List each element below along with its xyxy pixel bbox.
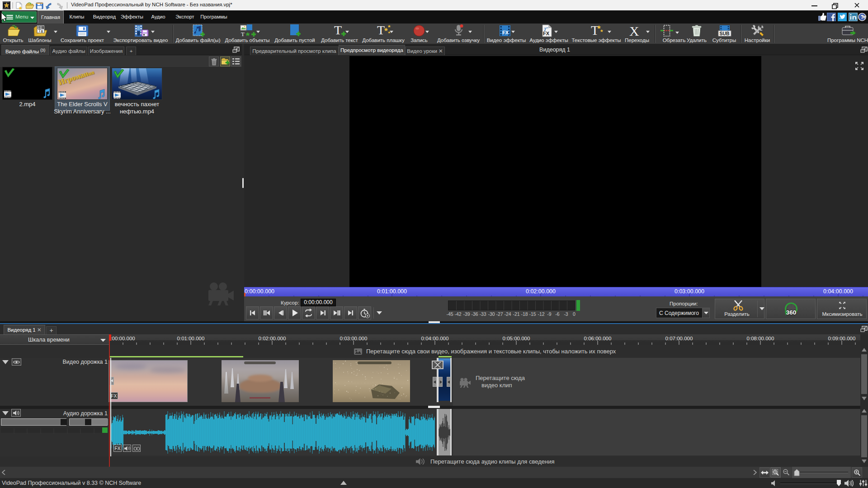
svg-text:▮: ▮	[41, 29, 43, 33]
svg-text:T: T	[591, 24, 599, 38]
svg-text:T: T	[241, 31, 245, 38]
svg-text:FX: FX	[502, 30, 509, 35]
svg-text:FX: FX	[543, 31, 550, 36]
svg-text:SUB: SUB	[720, 31, 730, 36]
svg-text:T: T	[377, 24, 385, 37]
svg-text:T: T	[334, 24, 342, 37]
